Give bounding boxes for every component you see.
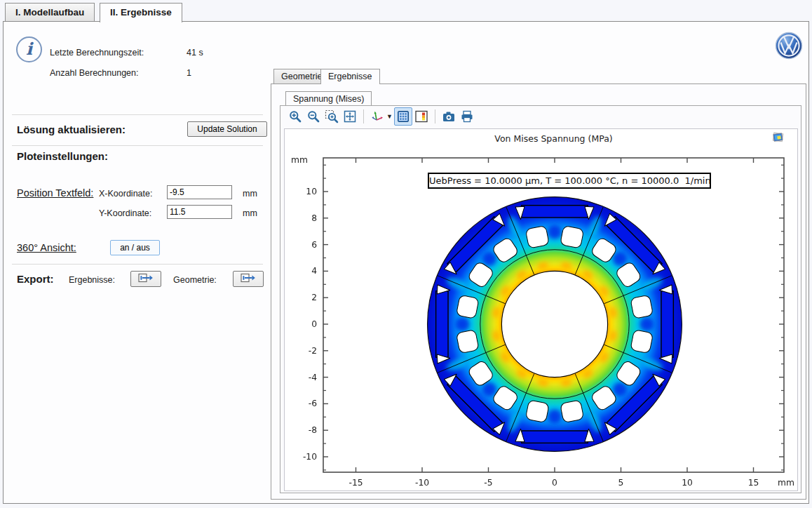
zoom-in-icon[interactable] — [286, 107, 304, 126]
computation-count-label: Anzahl Berechnungen: — [50, 68, 138, 78]
zoom-out-icon[interactable] — [304, 107, 323, 126]
svg-text:10: 10 — [682, 478, 693, 488]
svg-text:10: 10 — [306, 187, 317, 196]
orientation-axes-icon[interactable] — [368, 107, 386, 126]
application-window: I. Modellaufbau II. Ergebnisse i Letzte … — [0, 0, 812, 508]
parameter-annotation-box: UebPress = 10.0000 µm, T = 100.000 °C, n… — [428, 173, 711, 189]
print-icon[interactable] — [458, 107, 476, 126]
graphics-outer-panel: Spannung (Mises) — [271, 83, 806, 500]
svg-text:-15: -15 — [349, 478, 363, 488]
svg-text:-10: -10 — [303, 452, 317, 462]
export-geometry-label: Geometrie: — [173, 275, 217, 285]
export-results-button[interactable] — [130, 271, 161, 287]
solution-heading: Lösung aktualisieren: — [17, 123, 126, 135]
orientation-dropdown-caret[interactable]: ▼ — [386, 113, 393, 120]
vw-logo — [775, 32, 803, 60]
svg-text:0: 0 — [311, 319, 317, 329]
last-computation-value: 41 s — [187, 48, 203, 58]
tab-ergebnisse-graphics[interactable]: Ergebnisse — [320, 69, 380, 84]
info-icon: i — [16, 36, 42, 62]
graphics-inner-panel: ▼ — [280, 105, 801, 493]
toolbar-separator — [435, 109, 435, 123]
y-unit-label: mm — [243, 208, 257, 218]
plot-canvas[interactable]: -15-10-50510151086420-2-4-6-8-10mm mm Vo… — [284, 128, 798, 491]
last-computation-label: Letzte Berechnungszeit: — [50, 48, 144, 58]
svg-text:-5: -5 — [484, 478, 492, 488]
x-coordinate-input[interactable] — [167, 185, 232, 199]
toolbar-separator — [363, 109, 364, 123]
x-unit-label: mm — [243, 189, 257, 199]
snapshot-camera-icon[interactable] — [440, 107, 458, 126]
x-coordinate-label: X-Koordinate: — [99, 189, 152, 199]
svg-text:-6: -6 — [309, 399, 317, 408]
svg-text:5: 5 — [618, 478, 624, 488]
export-icon — [138, 273, 154, 283]
svg-text:-8: -8 — [309, 425, 317, 435]
info-glyph: i — [26, 39, 32, 59]
computation-count-value: 1 — [187, 68, 191, 78]
svg-text:-2: -2 — [309, 346, 317, 356]
export-results-label: Ergebnisse: — [69, 275, 115, 285]
svg-text:2: 2 — [311, 293, 317, 302]
divider — [12, 145, 263, 146]
svg-text:4: 4 — [311, 266, 317, 276]
svg-text:0: 0 — [552, 478, 557, 488]
y-coordinate-label: Y-Koordinate: — [99, 208, 151, 218]
svg-text:-4: -4 — [309, 373, 317, 382]
tab-ergebnisse[interactable]: II. Ergebnisse — [100, 3, 182, 22]
position-textfield-label: Position Textfeld: — [17, 187, 93, 199]
plot-title: Von Mises Spannung (MPa) — [323, 133, 784, 144]
zoom-extents-icon[interactable] — [341, 107, 359, 126]
graphics-toolbar: ▼ — [280, 106, 801, 127]
divider — [12, 264, 263, 265]
y-coordinate-input[interactable] — [167, 205, 232, 219]
svg-text:8: 8 — [311, 213, 317, 223]
svg-text:-10: -10 — [415, 478, 429, 488]
export-heading: Export: — [17, 273, 54, 285]
view-360-label: 360° Ansicht: — [17, 242, 76, 253]
svg-text:mm: mm — [291, 155, 308, 165]
main-panel: i Letzte Berechnungszeit: 41 s Anzahl Be… — [3, 21, 809, 504]
svg-text:15: 15 — [748, 478, 759, 488]
plot-settings-heading: Ploteinstellungen: — [17, 150, 108, 162]
grid-toggle-icon[interactable] — [394, 107, 412, 126]
update-solution-button[interactable]: Update Solution — [187, 121, 267, 137]
tab-spannung-mises[interactable]: Spannung (Mises) — [285, 91, 372, 107]
export-icon — [241, 273, 256, 283]
view-360-toggle-button[interactable]: an / aus — [110, 240, 160, 255]
tab-modellaufbau[interactable]: I. Modellaufbau — [5, 3, 95, 22]
svg-text:6: 6 — [311, 240, 317, 250]
plot-group-icon — [771, 131, 785, 145]
export-geometry-button[interactable] — [233, 271, 264, 287]
divider — [12, 114, 263, 115]
svg-text:mm: mm — [778, 478, 794, 488]
zoom-box-icon[interactable] — [323, 107, 341, 126]
color-legend-icon[interactable] — [412, 107, 431, 126]
